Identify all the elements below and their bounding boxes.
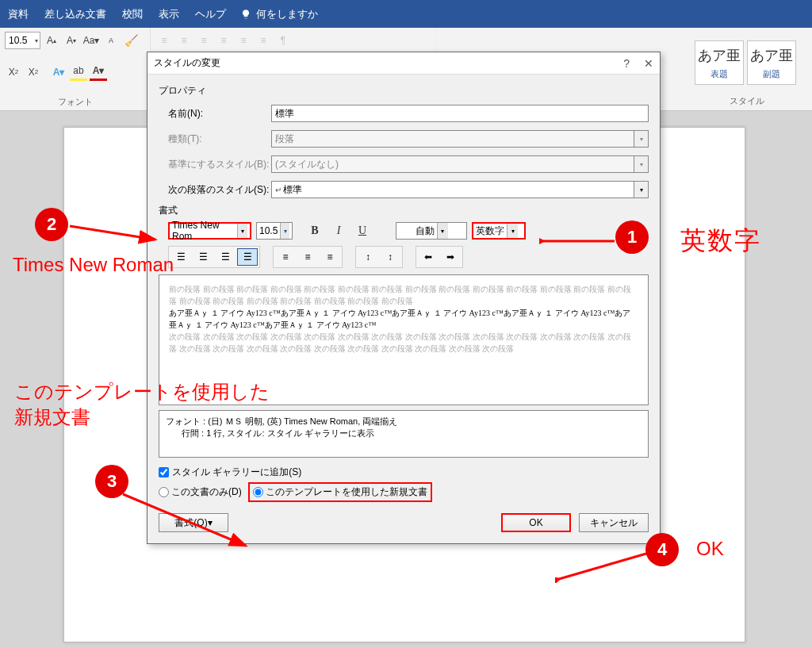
kind-select: 段落▾ — [271, 130, 649, 148]
annotation-eng-num: 英数字 — [680, 224, 761, 259]
subscript-icon[interactable]: X2 — [5, 63, 22, 81]
font-size-combo[interactable]: 10.5▾ — [5, 32, 40, 49]
decrease-indent-icon[interactable]: ⬅ — [418, 248, 439, 266]
annotation-badge-3: 3 — [95, 465, 128, 498]
increase-font-icon[interactable]: A▴ — [43, 32, 60, 49]
radio-template-new-doc[interactable]: このテンプレートを使用した新規文書 — [248, 482, 432, 502]
increase-indent-icon[interactable]: ➡ — [440, 248, 461, 266]
line-spacing-1-icon[interactable]: ≡ — [275, 248, 296, 266]
phonetic-icon[interactable]: A — [102, 32, 120, 49]
font-color-icon[interactable]: A▾ — [90, 63, 107, 81]
format-menu-button[interactable]: 書式(O)▾ — [159, 513, 228, 532]
space-before-dec-icon[interactable]: ↕ — [380, 248, 400, 266]
decrease-font-icon[interactable]: A▾ — [63, 32, 80, 49]
para-spacing-group: ↕ ↕ — [355, 246, 403, 268]
ribbon-tab[interactable]: 校閲 — [114, 0, 151, 28]
ribbon-tab[interactable]: 資料 — [0, 0, 36, 28]
name-input[interactable]: 標準 — [271, 105, 649, 122]
align-right-icon[interactable]: ☰ — [215, 248, 236, 266]
line-spacing-2-icon[interactable]: ≡ — [320, 248, 340, 266]
section-properties: プロパティ — [159, 84, 649, 98]
ribbon-tab[interactable]: 差し込み文書 — [36, 0, 114, 28]
align-center-icon[interactable]: ☰ — [193, 248, 213, 266]
annotation-template-l2: 新規文書 — [14, 405, 90, 430]
style-card[interactable]: あア亜 表題 — [695, 40, 744, 85]
close-icon[interactable]: ✕ — [644, 57, 653, 70]
ribbon-tabs: 資料 差し込み文書 校閲 表示 ヘルプ 何をしますか — [0, 0, 812, 28]
next-style-select[interactable]: ↵標準▾ — [271, 181, 649, 198]
ok-button[interactable]: OK — [501, 513, 571, 532]
modify-style-dialog: スタイルの変更 ? ✕ プロパティ 名前(N): 標準 種類(T): 段落▾ 基… — [147, 52, 661, 544]
change-case-icon[interactable]: Aa▾ — [82, 32, 100, 49]
add-to-gallery-checkbox[interactable] — [159, 467, 169, 477]
annotation-badge-1: 1 — [615, 220, 649, 254]
style-card[interactable]: あア亜 副題 — [747, 40, 796, 85]
label-based-on: 基準にするスタイル(B): — [168, 158, 271, 171]
indent-group: ⬅ ➡ — [416, 246, 463, 268]
help-icon[interactable]: ? — [623, 57, 630, 70]
space-before-inc-icon[interactable]: ↕ — [358, 248, 378, 266]
align-justify-icon[interactable]: ☰ — [237, 248, 258, 266]
bold-button[interactable]: B — [305, 222, 324, 240]
font-color-combo[interactable]: 自動▾ — [396, 222, 467, 240]
alignment-group: ☰ ☰ ☰ ☰ — [168, 246, 260, 268]
description-box: フォント : (日) ＭＳ 明朝, (英) Times New Roman, 両… — [159, 410, 649, 458]
linespacing-group: ≡ ≡ ≡ — [273, 246, 343, 268]
ribbon-tab[interactable]: 表示 — [151, 0, 187, 28]
section-format: 書式 — [159, 204, 649, 217]
annotation-badge-4: 4 — [645, 533, 679, 566]
label-next: 次の段落のスタイル(S): — [168, 183, 271, 197]
highlight-icon[interactable]: ab — [70, 63, 87, 81]
tell-me[interactable]: 何をしますか — [240, 7, 318, 21]
superscript-icon[interactable]: X2 — [25, 63, 42, 81]
underline-button[interactable]: U — [353, 222, 372, 240]
text-effects-icon[interactable]: A▾ — [50, 63, 67, 81]
based-on-select: (スタイルなし)▾ — [271, 155, 649, 173]
font-size-combo[interactable]: 10.5▾ — [256, 222, 293, 240]
radio-this-doc[interactable]: この文書のみ(D) — [159, 485, 242, 499]
group-label-font: フォント — [5, 96, 145, 108]
label-name: 名前(N): — [168, 107, 271, 121]
styles-gallery: あア亜 表題 あア亜 副題 — [687, 36, 804, 85]
label-kind: 種類(T): — [168, 132, 271, 146]
annotation-ok: OK — [696, 538, 724, 560]
annotation-badge-2: 2 — [35, 208, 68, 241]
dialog-title: スタイルの変更 — [154, 56, 220, 70]
annotation-tnr: Times New Roman — [13, 254, 174, 276]
line-spacing-15-icon[interactable]: ≡ — [297, 248, 318, 266]
ribbon-tab[interactable]: ヘルプ — [187, 0, 234, 28]
cancel-button[interactable]: キャンセル — [579, 513, 649, 532]
lightbulb-icon — [240, 9, 251, 20]
annotation-template-l1: このテンプレートを使用した — [14, 379, 270, 405]
script-combo[interactable]: 英数字▾ — [472, 222, 526, 240]
group-label-style: スタイル — [730, 95, 764, 107]
italic-button[interactable]: I — [329, 222, 348, 240]
add-to-gallery-label: スタイル ギャラリーに追加(S) — [172, 466, 301, 479]
clear-format-icon[interactable]: 🧹 — [122, 32, 140, 49]
font-name-combo[interactable]: Times New Rom▾ — [168, 222, 251, 240]
